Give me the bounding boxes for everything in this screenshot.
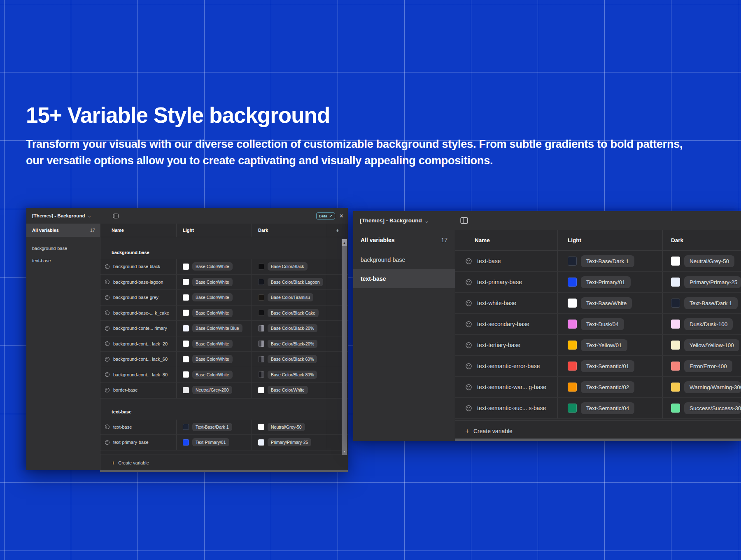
sidebar-item-background-base[interactable]: background-base (353, 250, 455, 269)
color-swatch[interactable] (671, 320, 680, 329)
dark-value-cell[interactable]: Neutral/Grey-50 (252, 420, 327, 435)
color-swatch[interactable] (258, 356, 264, 362)
color-swatch[interactable] (671, 278, 680, 287)
variable-name-cell[interactable]: text-white-base (455, 293, 557, 313)
horizontal-scrollbar[interactable] (455, 439, 741, 441)
color-swatch[interactable] (568, 278, 577, 287)
variable-alias-pill[interactable]: Text-Base/White (581, 297, 632, 309)
variable-alias-pill[interactable]: Base Color/Black Cake (268, 309, 319, 317)
light-value-cell[interactable]: Text-Base/Dark 1 (557, 251, 662, 271)
table-row[interactable]: text-semantic-suc... s-baseText-Semantic… (455, 398, 741, 419)
collection-selector[interactable]: [Themes] - Background ⌄ (32, 213, 91, 219)
variable-alias-pill[interactable]: Primary/Primary-25 (684, 276, 741, 288)
color-swatch[interactable] (258, 424, 264, 430)
variable-name-cell[interactable]: background-conte... rimary (100, 321, 176, 336)
variable-name-cell[interactable]: background-cont... lack_60 (100, 352, 176, 367)
color-swatch[interactable] (671, 341, 680, 350)
color-swatch[interactable] (258, 387, 264, 393)
light-value-cell[interactable]: Text-Semantic/02 (557, 377, 662, 397)
dark-value-cell[interactable]: Primary/Primary-25 (252, 435, 327, 450)
color-swatch[interactable] (183, 387, 189, 393)
horizontal-scrollbar[interactable] (100, 470, 348, 472)
dark-value-cell[interactable]: Base Color/Tiramisu (252, 290, 327, 305)
variable-name-cell[interactable]: background-cont... lack_80 (100, 367, 176, 383)
table-row[interactable]: background-cont... lack_60Base Color/Whi… (100, 352, 348, 367)
light-value-cell[interactable]: Text-Semantic/04 (557, 398, 662, 418)
dark-value-cell[interactable]: Base Color/Black 80% (252, 367, 327, 383)
table-row[interactable]: background-conte... rimaryBase Color/Whi… (100, 321, 348, 336)
variable-name-cell[interactable]: text-semantic-war... g-base (455, 377, 557, 397)
light-value-cell[interactable]: Base Color/White (176, 259, 252, 274)
variable-alias-pill[interactable]: Neutral/Grey-50 (684, 255, 734, 267)
table-row[interactable]: border-baseNeutral/Grey-200Base Color/Wh… (100, 383, 348, 398)
color-swatch[interactable] (183, 371, 189, 378)
variable-name-cell[interactable]: background-base-grey (100, 290, 176, 305)
table-row[interactable]: text-primary-baseText-Primary/01Primary/… (455, 272, 741, 293)
variable-alias-pill[interactable]: Text-Base/Dark 1 (684, 297, 738, 309)
light-value-cell[interactable]: Text-Yellow/01 (557, 335, 662, 355)
variable-name-cell[interactable]: text-semantic-error-base (455, 356, 557, 376)
variable-alias-pill[interactable]: Base Color/Tiramisu (268, 293, 313, 301)
variable-alias-pill[interactable]: Neutral/Grey-200 (192, 386, 232, 394)
variable-name-cell[interactable]: text-semantic-suc... s-base (455, 398, 557, 418)
color-swatch[interactable] (183, 264, 189, 270)
variable-alias-pill[interactable]: Base Color/White (192, 262, 233, 271)
variable-name-cell[interactable]: text-primary-base (100, 435, 176, 450)
color-swatch[interactable] (568, 404, 577, 413)
light-value-cell[interactable]: Text-Primary/01 (557, 272, 662, 292)
color-swatch[interactable] (183, 325, 189, 331)
dark-value-cell[interactable]: Primary/Primary-25 (662, 272, 741, 292)
color-swatch[interactable] (183, 279, 189, 285)
variable-name-cell[interactable]: text-base (455, 251, 557, 271)
variable-alias-pill[interactable]: Base Color/White (192, 309, 233, 317)
dark-value-cell[interactable]: Base Color/White (252, 383, 327, 398)
light-value-cell[interactable]: Text-Primary/01 (176, 435, 252, 450)
table-row[interactable]: background-base-greyBase Color/WhiteBase… (100, 290, 348, 306)
light-value-cell[interactable]: Base Color/White (176, 352, 252, 367)
sidebar-item-text-base[interactable]: text-base (353, 269, 455, 288)
variable-name-cell[interactable]: text-secondary-base (455, 314, 557, 334)
dark-value-cell[interactable]: Yellow/Yellow-100 (662, 335, 741, 355)
color-swatch[interactable] (568, 257, 577, 266)
variable-alias-pill[interactable]: Base Color/White (192, 371, 233, 379)
table-row[interactable]: background-base-blackBase Color/WhiteBas… (100, 259, 348, 275)
color-swatch[interactable] (568, 299, 577, 308)
light-value-cell[interactable]: Text-Base/Dark 1 (176, 420, 252, 435)
dark-value-cell[interactable]: Success/Success-300 (662, 398, 741, 418)
variable-alias-pill[interactable]: Base Color/Black 80% (268, 371, 317, 379)
table-row[interactable]: background-base-... k_cakeBase Color/Whi… (100, 306, 348, 321)
variable-alias-pill[interactable]: Text-Primary/01 (581, 276, 631, 288)
variable-name-cell[interactable]: background-cont... lack_20 (100, 336, 176, 352)
color-swatch[interactable] (183, 310, 189, 316)
dark-value-cell[interactable]: Base Color/Black 60% (252, 352, 327, 367)
color-swatch[interactable] (258, 279, 264, 285)
sidebar-toggle-icon[interactable] (460, 217, 468, 224)
variable-alias-pill[interactable]: Base Color/Black (268, 262, 308, 271)
scroll-up-icon[interactable]: ▲ (342, 239, 347, 246)
variable-alias-pill[interactable]: Primary/Primary-25 (268, 438, 311, 446)
color-swatch[interactable] (568, 341, 577, 350)
color-swatch[interactable] (671, 383, 680, 392)
color-swatch[interactable] (183, 356, 189, 362)
color-swatch[interactable] (258, 294, 264, 301)
add-mode-button[interactable]: + (336, 227, 340, 234)
variable-alias-pill[interactable]: Error/Error-400 (684, 360, 732, 372)
variable-alias-pill[interactable]: Base Color/White (192, 293, 233, 301)
light-value-cell[interactable]: Base Color/White (176, 336, 252, 352)
scroll-down-icon[interactable]: ▼ (342, 448, 347, 455)
variable-alias-pill[interactable]: Base Color/Black-20% (268, 324, 317, 332)
collection-selector[interactable]: [Themes] - Background ⌄ (360, 217, 429, 224)
color-swatch[interactable] (568, 383, 577, 392)
color-swatch[interactable] (183, 294, 189, 301)
color-swatch[interactable] (671, 362, 680, 371)
variable-alias-pill[interactable]: Base Color/White (192, 340, 233, 348)
table-row[interactable]: background-cont... lack_20Base Color/Whi… (100, 336, 348, 352)
sidebar-item-all-variables[interactable]: All variables 17 (26, 224, 100, 237)
light-value-cell[interactable]: Base Color/White (176, 367, 252, 383)
color-swatch[interactable] (568, 362, 577, 371)
variable-alias-pill[interactable]: Dusk/Dusk-100 (684, 318, 733, 330)
color-swatch[interactable] (258, 371, 264, 378)
light-value-cell[interactable]: Neutral/Grey-200 (176, 383, 252, 398)
variable-name-cell[interactable]: text-base (100, 420, 176, 435)
dark-value-cell[interactable]: Base Color/Black Cake (252, 306, 327, 321)
